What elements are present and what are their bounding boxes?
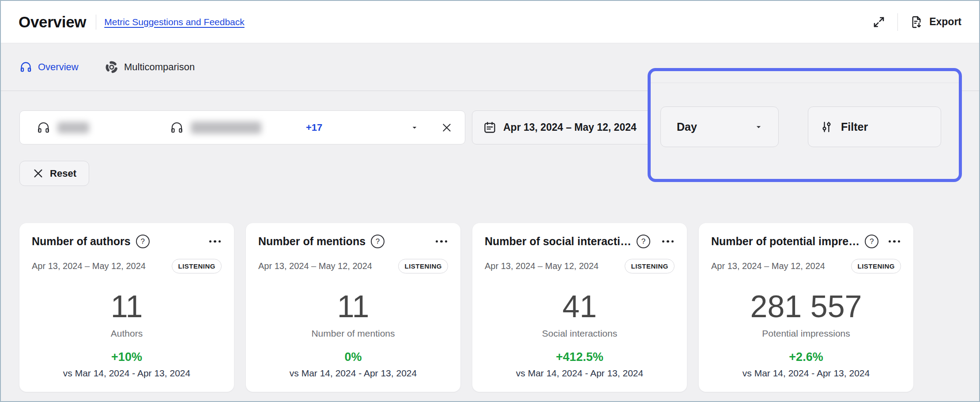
- card-title: Number of social interacti…: [485, 235, 631, 248]
- chevron-down-icon: [411, 124, 418, 131]
- listening-badge: LISTENING: [851, 259, 901, 273]
- tab-multicomparison-label: Multicomparison: [124, 61, 195, 73]
- clear-projects-button[interactable]: [441, 122, 452, 133]
- listening-badge: LISTENING: [625, 259, 675, 273]
- header-actions: Export: [872, 13, 961, 31]
- metric-comparison-period: vs Mar 14, 2024 - Apr 13, 2024: [32, 368, 222, 379]
- calendar-icon: [483, 121, 497, 134]
- project-selector[interactable]: +17: [19, 110, 465, 144]
- tab-overview[interactable]: Overview: [19, 43, 79, 91]
- card-title: Number of authors: [32, 235, 131, 248]
- metric-card-social-interactions: Number of social interacti… ? Apr 13, 20…: [472, 223, 687, 392]
- date-range-picker[interactable]: Apr 13, 2024 – May 12, 2024: [472, 110, 654, 144]
- page-title: Overview: [19, 13, 86, 31]
- metric-label: Social interactions: [485, 328, 675, 339]
- listening-badge: LISTENING: [398, 259, 448, 273]
- metric-value: 281 557: [711, 291, 901, 322]
- metric-comparison-period: vs Mar 14, 2024 - Apr 13, 2024: [485, 368, 675, 379]
- headphones-icon: [19, 61, 32, 73]
- export-label: Export: [929, 16, 961, 28]
- annotation-inner-divider: [651, 83, 959, 83]
- metric-change: +412.5%: [485, 350, 675, 364]
- metric-change: 0%: [258, 350, 448, 364]
- expand-icon: [872, 15, 886, 29]
- help-icon[interactable]: ?: [136, 235, 150, 248]
- card-date-range: Apr 13, 2024 – May 12, 2024: [711, 261, 825, 271]
- granularity-value: Day: [677, 121, 697, 133]
- close-icon: [32, 167, 44, 179]
- kebab-menu-icon[interactable]: [208, 238, 222, 246]
- tab-overview-label: Overview: [38, 61, 79, 73]
- selected-project-2: [170, 121, 303, 134]
- metric-value: 11: [258, 291, 448, 322]
- metric-card-authors: Number of authors ? Apr 13, 2024 – May 1…: [19, 223, 234, 392]
- project-selector-controls: [411, 122, 452, 133]
- expand-button[interactable]: [872, 15, 886, 29]
- tab-multicomparison[interactable]: Multicomparison: [105, 43, 195, 91]
- metric-value: 41: [485, 291, 675, 322]
- more-projects-count: +17: [306, 122, 322, 133]
- kebab-menu-icon[interactable]: [661, 238, 675, 246]
- card-title: Number of potential impre…: [711, 235, 859, 248]
- metric-suggestions-link[interactable]: Metric Suggestions and Feedback: [104, 17, 245, 27]
- date-range-label: Apr 13, 2024 – May 12, 2024: [503, 121, 637, 133]
- metric-label: Potential impressions: [711, 328, 901, 339]
- card-title: Number of mentions: [258, 235, 366, 248]
- sliders-icon: [820, 120, 833, 134]
- redacted-project-name: [191, 121, 261, 134]
- multicomparison-icon: [105, 61, 118, 74]
- metric-label: Authors: [32, 328, 222, 339]
- reset-label: Reset: [50, 168, 76, 179]
- metric-change: +10%: [32, 350, 222, 364]
- help-icon[interactable]: ?: [371, 235, 384, 248]
- page-header: Overview Metric Suggestions and Feedback: [1, 1, 979, 43]
- metric-card-mentions: Number of mentions ? Apr 13, 2024 – May …: [246, 223, 460, 392]
- metric-value: 11: [32, 291, 222, 322]
- redacted-project-name: [57, 122, 89, 133]
- kebab-menu-icon[interactable]: [435, 238, 449, 246]
- chevron-down-icon: [755, 123, 762, 131]
- metric-label: Number of mentions: [258, 328, 448, 339]
- header-actions-divider: [897, 13, 898, 31]
- header-divider: [96, 15, 96, 30]
- headphones-icon: [170, 121, 184, 134]
- kebab-menu-icon[interactable]: [888, 238, 901, 246]
- card-date-range: Apr 13, 2024 – May 12, 2024: [258, 261, 372, 271]
- granularity-dropdown[interactable]: Day: [660, 106, 779, 147]
- filter-label: Filter: [841, 121, 868, 133]
- app-window: Overview Metric Suggestions and Feedback: [0, 0, 980, 402]
- metric-comparison-period: vs Mar 14, 2024 - Apr 13, 2024: [258, 368, 448, 379]
- highlight-annotation: Day Filter: [648, 68, 962, 182]
- filter-button[interactable]: Filter: [808, 106, 941, 147]
- reset-button[interactable]: Reset: [19, 161, 89, 186]
- headphones-icon: [37, 121, 50, 134]
- card-date-range: Apr 13, 2024 – May 12, 2024: [32, 261, 146, 271]
- export-button[interactable]: Export: [909, 15, 961, 29]
- help-icon[interactable]: ?: [865, 235, 878, 248]
- metric-card-potential-impressions: Number of potential impre… ? Apr 13, 202…: [699, 223, 913, 392]
- card-date-range: Apr 13, 2024 – May 12, 2024: [485, 261, 599, 271]
- listening-badge: LISTENING: [172, 259, 222, 273]
- help-icon[interactable]: ?: [637, 235, 650, 248]
- selected-project-1: [37, 121, 170, 134]
- metric-comparison-period: vs Mar 14, 2024 - Apr 13, 2024: [711, 368, 901, 379]
- metric-change: +2.6%: [711, 350, 901, 364]
- export-document-icon: [909, 15, 923, 29]
